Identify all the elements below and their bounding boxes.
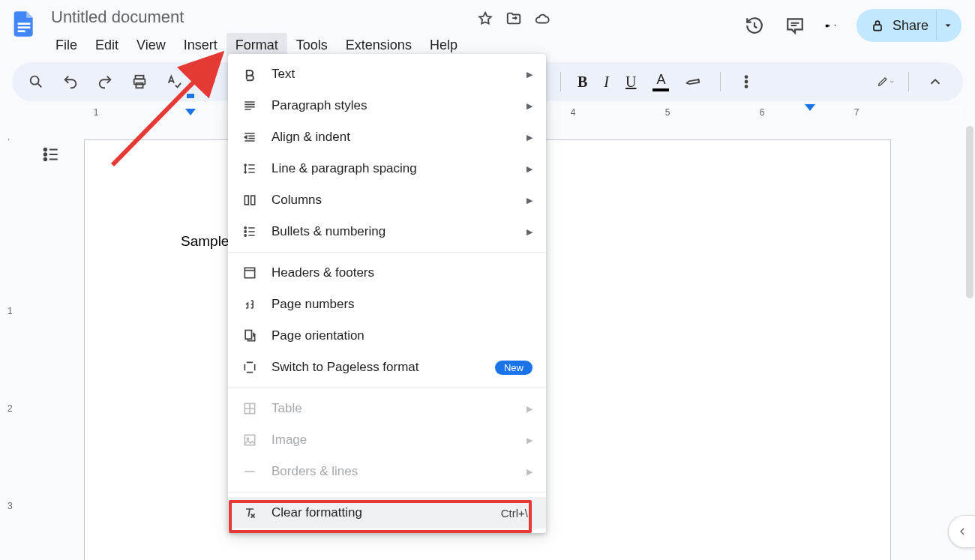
- menu-edit[interactable]: Edit: [86, 33, 128, 58]
- menu-item-label: Text: [272, 67, 295, 82]
- menu-item-align-indent[interactable]: Align & indent▶: [228, 121, 546, 153]
- menu-item-label: Line & paragraph spacing: [272, 161, 417, 176]
- share-button[interactable]: Share: [856, 9, 962, 42]
- svg-rect-23: [244, 435, 254, 445]
- vertical-ruler[interactable]: . 1 2 3: [3, 124, 26, 560]
- menu-file[interactable]: File: [46, 33, 86, 58]
- ruler-number: 2: [8, 403, 13, 414]
- menu-view[interactable]: View: [128, 33, 175, 58]
- svg-rect-3: [826, 24, 829, 26]
- svg-point-24: [247, 438, 249, 440]
- meet-button[interactable]: [825, 21, 837, 30]
- menu-item-switch-pageless[interactable]: Switch to Pageless format New: [228, 352, 546, 383]
- menu-item-label: Clear formatting: [272, 505, 362, 520]
- cloud-status-icon[interactable]: [534, 10, 550, 30]
- svg-point-11: [746, 76, 748, 78]
- star-icon[interactable]: [477, 10, 494, 30]
- ruler-number: 3: [8, 501, 13, 511]
- ruler-number: 1: [8, 306, 13, 316]
- collapse-toolbar-icon[interactable]: [922, 69, 948, 94]
- italic-button[interactable]: I: [604, 73, 609, 91]
- svg-point-12: [746, 81, 748, 83]
- redo-icon[interactable]: [96, 73, 114, 91]
- share-dropdown[interactable]: [936, 10, 958, 40]
- svg-point-5: [31, 76, 39, 85]
- menu-item-label: Page orientation: [272, 328, 364, 343]
- svg-rect-10: [206, 85, 209, 88]
- editing-mode-button[interactable]: [877, 73, 895, 91]
- svg-point-13: [746, 85, 748, 88]
- menu-item-page-orientation[interactable]: Page orientation: [228, 320, 546, 352]
- highlight-button[interactable]: [686, 73, 704, 91]
- menu-item-label: Borders & lines: [272, 464, 358, 479]
- menu-item-label: Paragraph styles: [272, 98, 368, 113]
- svg-rect-20: [244, 268, 254, 277]
- menu-item-image: Image▶: [228, 424, 546, 456]
- menu-item-label: Align & indent: [272, 130, 350, 145]
- svg-rect-2: [18, 30, 26, 32]
- menu-item-line-spacing[interactable]: Line & paragraph spacing▶: [228, 153, 546, 184]
- menu-item-text[interactable]: Text▶: [228, 58, 546, 90]
- svg-point-17: [244, 227, 246, 229]
- menu-item-label: Image: [272, 433, 307, 448]
- svg-rect-9: [203, 76, 212, 80]
- document-body-text[interactable]: Sample: [181, 233, 229, 250]
- new-badge: New: [495, 361, 532, 375]
- right-indent-marker[interactable]: [810, 104, 820, 111]
- ruler-number: 7: [854, 107, 860, 118]
- format-menu-dropdown: Text▶ Paragraph styles▶ Align & indent▶ …: [228, 54, 546, 533]
- title-icons: [477, 10, 550, 30]
- history-icon[interactable]: [744, 15, 765, 36]
- menu-insert[interactable]: Insert: [175, 33, 226, 58]
- comments-icon[interactable]: [784, 15, 806, 36]
- svg-point-18: [244, 231, 246, 232]
- menu-item-paragraph-styles[interactable]: Paragraph styles▶: [228, 90, 546, 121]
- menu-item-label: Table: [272, 401, 302, 416]
- show-side-panel-button[interactable]: [948, 515, 975, 548]
- bold-button[interactable]: B: [578, 73, 587, 91]
- menu-item-page-numbers[interactable]: Page numbers: [228, 289, 546, 320]
- print-icon[interactable]: [130, 73, 148, 91]
- svg-point-14: [44, 148, 46, 151]
- ruler-number: 4: [571, 107, 576, 118]
- scrollbar-thumb[interactable]: [966, 126, 974, 298]
- menu-item-label: Switch to Pageless format: [272, 360, 419, 375]
- menu-item-clear-formatting[interactable]: Clear formatting Ctrl+\: [228, 497, 546, 529]
- text-color-button[interactable]: A: [652, 72, 669, 91]
- menu-item-headers-footers[interactable]: Headers & footers: [228, 257, 546, 289]
- ruler-number: 5: [665, 107, 670, 118]
- move-icon[interactable]: [506, 10, 522, 30]
- svg-point-16: [44, 158, 46, 160]
- menu-shortcut: Ctrl+\: [501, 507, 528, 520]
- menu-item-label: Headers & footers: [272, 265, 374, 280]
- menu-item-table: Table▶: [228, 393, 546, 424]
- menu-item-label: Columns: [272, 193, 322, 208]
- menu-item-borders-lines: Borders & lines▶: [228, 456, 546, 487]
- svg-rect-4: [874, 25, 881, 30]
- search-icon[interactable]: [27, 73, 45, 91]
- share-label: Share: [892, 18, 928, 34]
- document-title[interactable]: Untitled document: [46, 6, 466, 28]
- svg-rect-0: [18, 22, 31, 25]
- svg-rect-21: [245, 331, 251, 340]
- menu-item-label: Page numbers: [272, 297, 355, 312]
- ruler-number: 6: [760, 107, 765, 118]
- outline-toggle-icon[interactable]: [38, 141, 64, 168]
- menu-item-label: Bullets & numbering: [272, 224, 386, 239]
- svg-point-19: [244, 235, 246, 236]
- more-icon[interactable]: [737, 73, 755, 91]
- spellcheck-icon[interactable]: [165, 73, 183, 91]
- left-indent-marker[interactable]: [190, 104, 201, 115]
- underline-button[interactable]: U: [626, 73, 636, 91]
- svg-rect-1: [18, 26, 31, 28]
- undo-icon[interactable]: [62, 73, 80, 91]
- svg-point-15: [44, 153, 46, 155]
- ruler-number: 1: [94, 107, 99, 118]
- paint-format-icon[interactable]: [200, 73, 218, 91]
- docs-logo[interactable]: [9, 9, 39, 39]
- menu-item-bullets-numbering[interactable]: Bullets & numbering▶: [228, 216, 546, 247]
- menu-item-columns[interactable]: Columns▶: [228, 184, 546, 216]
